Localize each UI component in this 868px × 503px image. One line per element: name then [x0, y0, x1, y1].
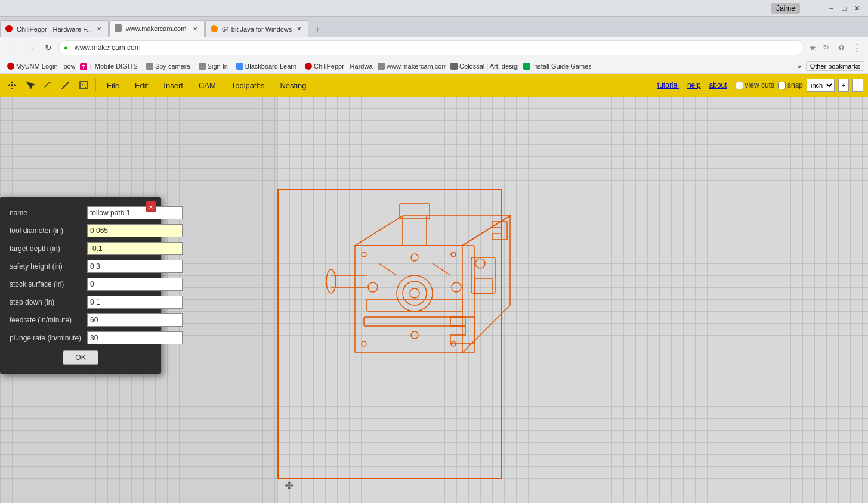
tool-select[interactable]	[23, 78, 37, 92]
address-bar: ← → ↻ ● www.makercam.com ★ ↻ ✿ ⋮	[0, 37, 868, 58]
field-label-tool-diameter: tool diameter (in)	[10, 226, 87, 235]
field-label-name: name	[10, 209, 87, 217]
zoom-out-button[interactable]: -	[852, 79, 863, 92]
svg-line-29	[379, 263, 397, 275]
canvas-drawing-area[interactable]: ✤	[277, 97, 868, 503]
tutorial-link[interactable]: tutorial	[657, 81, 679, 89]
svg-point-26	[397, 275, 433, 311]
bookmarks-more-button[interactable]: »	[794, 61, 805, 71]
new-tab-button[interactable]: +	[309, 20, 327, 37]
close-button[interactable]: ✕	[851, 2, 863, 14]
field-input-name[interactable]	[87, 206, 183, 219]
modal-row-step-down: step down (in)	[10, 296, 152, 309]
svg-point-18	[475, 259, 485, 268]
tool-pencil[interactable]	[41, 78, 55, 92]
field-label-plunge-rate: plunge rate (in/minute)	[10, 334, 87, 342]
bookmark-spy[interactable]: Spy camera	[143, 61, 194, 71]
menu-toolpaths[interactable]: Toolpaths	[226, 79, 271, 92]
bookmark-favicon-7	[450, 63, 458, 70]
bookmark-favicon-3	[199, 63, 206, 70]
help-link[interactable]: help	[687, 81, 701, 89]
bookmark-label-1: T-Mobile DIGITS	[89, 63, 138, 70]
extension-button-2[interactable]: ✿	[835, 41, 848, 54]
bookmark-blackboard[interactable]: Blackboard Learn	[233, 61, 300, 71]
bookmark-favicon-0	[7, 63, 14, 70]
bookmarks-bar: MyUNM Login - pow T T-Mobile DIGITS Spy …	[0, 58, 868, 74]
bookmark-favicon-8	[523, 63, 530, 70]
unit-select[interactable]: inch mm	[807, 79, 835, 92]
bookmark-label-6: www.makercam.com	[387, 63, 446, 70]
app-toolbar: File Edit Insert CAM Toolpaths Nesting t…	[0, 74, 868, 97]
bookmark-label-8: Install Guide Games	[532, 63, 591, 70]
svg-point-22	[362, 252, 366, 257]
svg-point-8	[452, 282, 461, 292]
bookmark-label-7: Colossal | Art, design	[459, 63, 518, 70]
bookmark-guide[interactable]: Install Guide Games	[520, 61, 591, 71]
tab-close-1[interactable]: ✕	[95, 25, 103, 33]
svg-line-30	[433, 263, 450, 275]
field-label-step-down: step down (in)	[10, 298, 87, 306]
bookmark-myunm[interactable]: MyUNM Login - pow	[4, 61, 75, 71]
field-input-step-down[interactable]	[87, 296, 183, 309]
bookmark-star-button[interactable]: ★	[809, 43, 817, 52]
field-input-stock-surface[interactable]	[87, 278, 183, 291]
view-cuts-checkbox[interactable]: view cuts	[736, 81, 774, 89]
back-button[interactable]: ←	[5, 40, 20, 55]
tab-close-2[interactable]: ✕	[191, 24, 199, 33]
tab-java[interactable]: 64-bit Java for Windows ✕	[205, 20, 308, 37]
lock-icon: ●	[64, 44, 68, 51]
menu-cam[interactable]: CAM	[193, 79, 222, 92]
modal-ok-button[interactable]: OK	[63, 350, 98, 365]
svg-line-3	[80, 82, 87, 89]
bookmark-signin[interactable]: Sign In	[195, 61, 231, 71]
bookmark-tmobile[interactable]: T T-Mobile DIGITS	[76, 61, 141, 71]
bookmark-label-0: MyUNM Login - pow	[16, 63, 75, 70]
reload-button[interactable]: ↻	[41, 40, 56, 55]
field-input-safety-height[interactable]	[87, 260, 183, 273]
minimize-button[interactable]: −	[825, 2, 837, 14]
bookmark-makercam[interactable]: www.makercam.com	[374, 61, 446, 71]
other-bookmarks-button[interactable]: Other bookmarks	[806, 61, 864, 71]
tool-shape[interactable]	[76, 78, 91, 92]
menu-edit[interactable]: Edit	[129, 79, 154, 92]
tab-close-3[interactable]: ✕	[295, 25, 303, 33]
restore-button[interactable]: □	[838, 2, 850, 14]
svg-line-1	[62, 82, 69, 89]
tool-pan[interactable]	[5, 78, 19, 92]
bookmark-chili[interactable]: ChiliPeppr - Hardwar	[301, 61, 373, 71]
tab-label-1: ChiliPeppr - Hardware F...	[17, 26, 92, 33]
tool-line[interactable]	[58, 78, 73, 92]
tab-chilipeppr[interactable]: ChiliPeppr - Hardware F... ✕	[0, 20, 109, 37]
tab-makercam[interactable]: www.makercam.com ✕	[109, 20, 205, 37]
field-input-plunge-rate[interactable]	[87, 331, 183, 344]
zoom-in-button[interactable]: +	[838, 79, 849, 92]
svg-point-10	[411, 254, 418, 261]
mechanical-drawing-svg	[295, 168, 522, 395]
svg-rect-17	[474, 278, 492, 293]
view-cuts-label: view cuts	[745, 81, 774, 89]
menu-file[interactable]: File	[101, 79, 125, 92]
svg-rect-21	[400, 204, 430, 219]
bookmark-label-4: Blackboard Learn	[245, 63, 296, 70]
modal-row-plunge-rate: plunge rate (in/minute)	[10, 331, 152, 344]
field-label-stock-surface: stock surface (in)	[10, 280, 87, 288]
bookmark-favicon-4	[236, 63, 243, 70]
field-label-target-depth: target depth (in)	[10, 244, 87, 253]
bookmark-colossal[interactable]: Colossal | Art, design	[447, 61, 518, 71]
menu-insert[interactable]: Insert	[157, 79, 189, 92]
forward-button[interactable]: →	[23, 40, 38, 55]
about-link[interactable]: about	[709, 81, 727, 89]
field-input-feedrate[interactable]	[87, 313, 183, 327]
modal-close-button[interactable]: ×	[146, 201, 156, 212]
field-input-tool-diameter[interactable]	[87, 224, 183, 237]
field-input-target-depth[interactable]	[87, 242, 183, 255]
view-cuts-input[interactable]	[736, 82, 743, 89]
snap-input[interactable]	[778, 82, 786, 89]
snap-checkbox[interactable]: snap	[778, 81, 803, 89]
menu-nesting[interactable]: Nesting	[274, 79, 312, 92]
url-bar[interactable]: ● www.makercam.com	[58, 40, 804, 55]
svg-rect-16	[471, 257, 495, 293]
extension-button-1[interactable]: ↻	[819, 41, 832, 54]
svg-point-27	[403, 281, 427, 305]
menu-button[interactable]: ⋮	[850, 41, 863, 54]
